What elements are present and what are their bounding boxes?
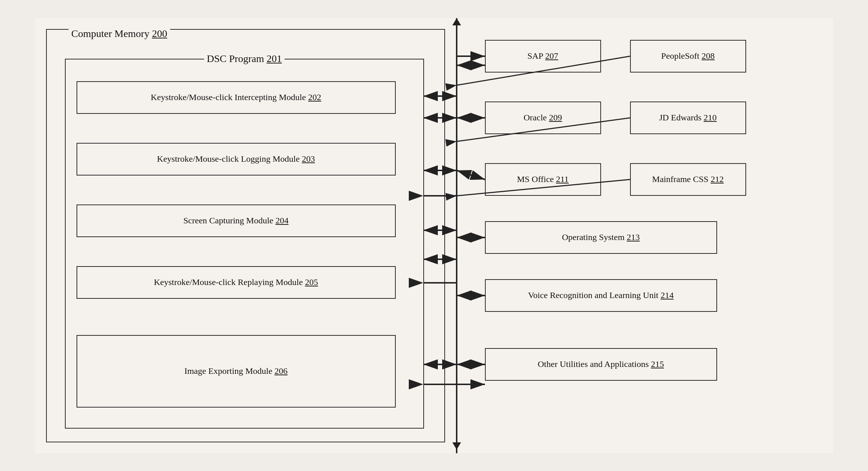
module-204: Screen Capturing Module 204 xyxy=(77,204,396,237)
box-jdedwards: JD Edwards 210 xyxy=(630,102,746,134)
oracle-label: Oracle 209 xyxy=(524,113,562,123)
box-sap: SAP 207 xyxy=(485,40,601,73)
module-206-label: Image Exporting Module 206 xyxy=(184,366,288,376)
jdedwards-label: JD Edwards 210 xyxy=(659,113,717,123)
inner-ref: 201 xyxy=(267,53,282,64)
box-other: Other Utilities and Applications 215 xyxy=(485,348,717,381)
box-msoffice: MS Office 211 xyxy=(485,163,601,196)
box-mainframe: Mainframe CSS 212 xyxy=(630,163,746,196)
diagram-container: Computer Memory 200 DSC Program 201 Keys… xyxy=(35,18,833,453)
box-peoplesoft: PeopleSoft 208 xyxy=(630,40,746,73)
outer-label: Computer Memory 200 xyxy=(69,28,170,40)
box-oracle: Oracle 209 xyxy=(485,102,601,134)
peoplesoft-label: PeopleSoft 208 xyxy=(661,51,715,61)
module-205: Keystroke/Mouse-click Replaying Module 2… xyxy=(77,266,396,299)
sap-label: SAP 207 xyxy=(527,51,558,61)
module-202: Keystroke/Mouse-click Intercepting Modul… xyxy=(77,81,396,114)
voice-label: Voice Recognition and Learning Unit 214 xyxy=(528,290,674,300)
arrow-msoffice xyxy=(457,170,485,179)
module-202-label: Keystroke/Mouse-click Intercepting Modul… xyxy=(151,92,321,102)
inner-label: DSC Program 201 xyxy=(204,53,285,65)
os-label: Operating System 213 xyxy=(562,232,640,242)
inner-box: DSC Program 201 Keystroke/Mouse-click In… xyxy=(65,59,424,429)
mainframe-label: Mainframe CSS 212 xyxy=(652,174,724,184)
vert-arrow-top xyxy=(452,18,461,25)
module-205-label: Keystroke/Mouse-click Replaying Module 2… xyxy=(154,277,318,287)
vertical-line xyxy=(456,18,457,453)
module-206: Image Exporting Module 206 xyxy=(77,335,396,408)
vert-arrow-bottom xyxy=(452,442,461,450)
box-voice: Voice Recognition and Learning Unit 214 xyxy=(485,279,717,312)
module-204-label: Screen Capturing Module 204 xyxy=(184,216,289,226)
outer-ref: 200 xyxy=(152,28,167,39)
module-203-label: Keystroke/Mouse-click Logging Module 203 xyxy=(157,154,315,164)
module-203: Keystroke/Mouse-click Logging Module 203 xyxy=(77,143,396,175)
other-label: Other Utilities and Applications 215 xyxy=(538,359,664,369)
msoffice-label: MS Office 211 xyxy=(517,174,569,184)
outer-box: Computer Memory 200 DSC Program 201 Keys… xyxy=(46,29,445,442)
box-os: Operating System 213 xyxy=(485,221,717,254)
